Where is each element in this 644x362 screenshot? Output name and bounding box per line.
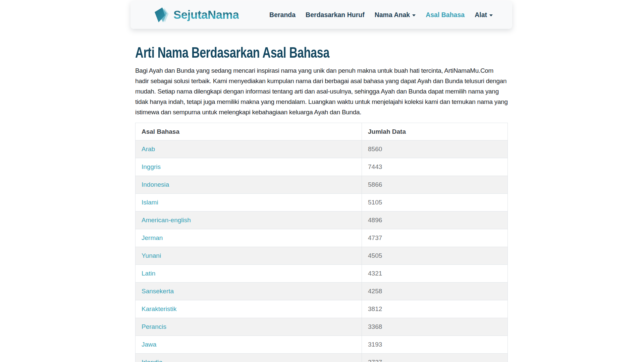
language-cell: Islami (136, 194, 362, 212)
count-cell: 5866 (362, 176, 508, 194)
count-cell: 2727 (362, 354, 508, 362)
language-cell: Perancis (136, 318, 362, 336)
table-row: Jerman4737 (136, 229, 508, 247)
language-link[interactable]: Latin (142, 270, 155, 277)
language-cell: American-english (136, 212, 362, 229)
table-row: Karakteristik3812 (136, 300, 508, 318)
table-row: American-english4896 (136, 212, 508, 229)
table-row: Inggris7443 (136, 158, 508, 176)
table-row: Perancis3368 (136, 318, 508, 336)
language-link[interactable]: Inggris (142, 163, 161, 170)
language-link[interactable]: Yunani (142, 252, 161, 259)
language-cell: Sansekerta (136, 283, 362, 300)
table-row: Islami5105 (136, 194, 508, 212)
nav-item-asal-bahasa[interactable]: Asal Bahasa (426, 11, 465, 19)
language-cell: Karakteristik (136, 300, 362, 318)
table-row: Sansekerta4258 (136, 283, 508, 300)
table-row: Yunani4505 (136, 247, 508, 265)
language-link[interactable]: Perancis (142, 323, 166, 330)
count-cell: 4505 (362, 247, 508, 265)
nav-item-beranda[interactable]: Beranda (269, 11, 296, 19)
count-cell: 4258 (362, 283, 508, 300)
navbar: SejutaNama BerandaBerdasarkan HurufNama … (130, 1, 512, 29)
column-header-language: Asal Bahasa (136, 123, 362, 140)
table-row: Latin4321 (136, 265, 508, 283)
nav-item-nama-anak[interactable]: Nama Anak (375, 11, 416, 19)
count-cell: 4321 (362, 265, 508, 283)
language-link[interactable]: Sansekerta (142, 288, 174, 295)
language-link[interactable]: American-english (142, 217, 191, 224)
page-title: Arti Nama Berdasarkan Asal Bahasa (135, 45, 426, 60)
language-link[interactable]: Islami (142, 199, 158, 206)
language-table-body: Arab8560Inggris7443Indonesia5866Islami51… (136, 140, 508, 362)
language-cell: Latin (136, 265, 362, 283)
language-cell: Yunani (136, 247, 362, 265)
language-cell: Jerman (136, 229, 362, 247)
main-content: Arti Nama Berdasarkan Asal Bahasa Bagi A… (135, 45, 508, 362)
language-link[interactable]: Arab (142, 145, 155, 153)
count-cell: 3193 (362, 336, 508, 354)
table-row: Arab8560 (136, 140, 508, 158)
language-cell: Indonesia (136, 176, 362, 194)
count-cell: 7443 (362, 158, 508, 176)
count-cell: 4737 (362, 229, 508, 247)
language-link[interactable]: Karakteristik (142, 305, 177, 312)
count-cell: 3368 (362, 318, 508, 336)
book-pages-icon (152, 6, 170, 24)
chevron-down-icon (489, 14, 493, 16)
language-cell: Arab (136, 140, 362, 158)
count-cell: 3812 (362, 300, 508, 318)
page-description: Bagi Ayah dan Bunda yang sedang mencari … (135, 65, 508, 117)
language-link[interactable]: Irlandia (142, 359, 162, 362)
language-cell: Inggris (136, 158, 362, 176)
brand-logo[interactable]: SejutaNama (152, 6, 239, 24)
chevron-down-icon (412, 14, 416, 16)
language-table-head: Asal Bahasa Jumlah Data (136, 123, 508, 140)
table-header-row: Asal Bahasa Jumlah Data (136, 123, 508, 140)
column-header-count: Jumlah Data (362, 123, 508, 140)
nav-item-berdasarkan-huruf[interactable]: Berdasarkan Huruf (306, 11, 365, 19)
nav-item-alat[interactable]: Alat (475, 11, 493, 19)
table-row: Indonesia5866 (136, 176, 508, 194)
language-cell: Jawa (136, 336, 362, 354)
table-row: Irlandia2727 (136, 354, 508, 362)
count-cell: 4896 (362, 212, 508, 229)
count-cell: 8560 (362, 140, 508, 158)
language-link[interactable]: Jerman (142, 234, 163, 241)
nav-menu: BerandaBerdasarkan HurufNama AnakAsal Ba… (269, 11, 493, 19)
language-link[interactable]: Indonesia (142, 181, 169, 188)
language-link[interactable]: Jawa (142, 341, 156, 348)
language-cell: Irlandia (136, 354, 362, 362)
brand-name: SejutaNama (173, 8, 239, 21)
count-cell: 5105 (362, 194, 508, 212)
language-table: Asal Bahasa Jumlah Data Arab8560Inggris7… (135, 123, 508, 362)
table-row: Jawa3193 (136, 336, 508, 354)
